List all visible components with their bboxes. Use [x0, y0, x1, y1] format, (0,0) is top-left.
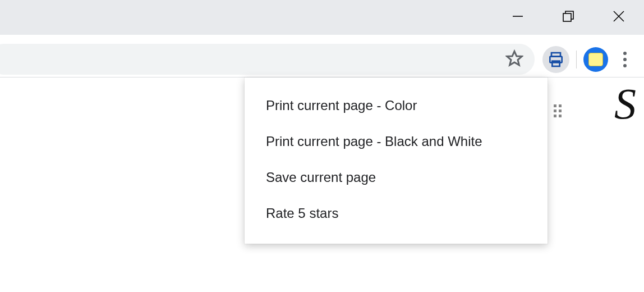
svg-rect-1	[563, 13, 571, 21]
bookmark-star-button[interactable]	[505, 49, 523, 70]
profile-avatar-button[interactable]	[583, 47, 608, 72]
drag-handle-icon	[554, 104, 562, 117]
close-icon	[612, 10, 625, 23]
toolbar-separator	[576, 51, 577, 69]
extension-context-menu: Print current page - Color Print current…	[245, 77, 548, 244]
kebab-dot-icon	[623, 58, 627, 61]
print-extension-button[interactable]	[542, 46, 569, 73]
browser-toolbar	[0, 42, 644, 77]
browser-menu-button[interactable]	[614, 52, 636, 67]
printer-icon	[547, 51, 565, 69]
window-titlebar	[0, 0, 644, 35]
menu-item-save-page[interactable]: Save current page	[245, 159, 548, 195]
window-close-button[interactable]	[594, 0, 644, 33]
minimize-icon	[512, 10, 524, 22]
window-minimize-button[interactable]	[493, 0, 543, 33]
star-icon	[505, 49, 523, 67]
avatar-icon	[588, 53, 603, 66]
svg-marker-4	[507, 51, 522, 65]
kebab-dot-icon	[623, 52, 627, 55]
kebab-dot-icon	[623, 64, 627, 67]
address-bar[interactable]	[0, 44, 535, 75]
window-maximize-button[interactable]	[543, 0, 594, 33]
menu-item-print-bw[interactable]: Print current page - Black and White	[245, 124, 548, 159]
maximize-icon	[562, 10, 574, 22]
menu-item-print-color[interactable]: Print current page - Color	[245, 88, 548, 124]
menu-item-rate-5-stars[interactable]: Rate 5 stars	[245, 195, 548, 231]
page-glyph: S	[614, 79, 636, 129]
